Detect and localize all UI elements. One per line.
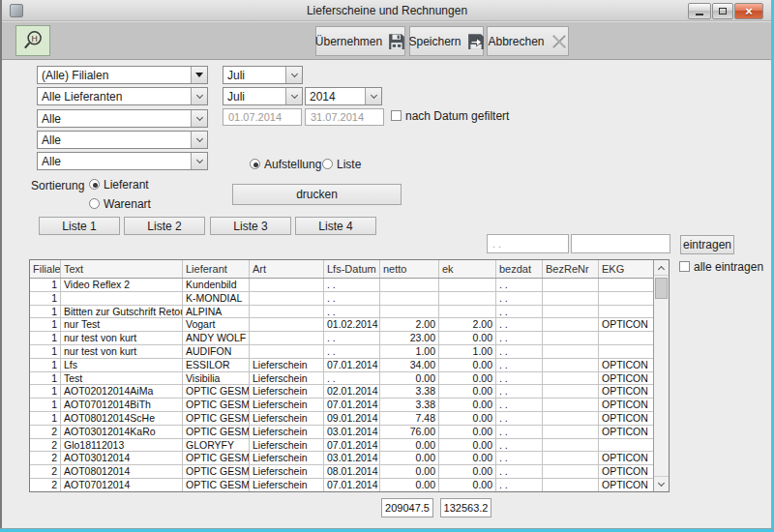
chevron-down-icon[interactable] [191, 88, 207, 104]
table-cell: OPTIC GESMBH [183, 399, 250, 411]
date-filter-checkbox[interactable] [391, 110, 402, 121]
cancel-button[interactable]: Abbrechen [487, 26, 569, 56]
table-cell: 09.01.2014 [324, 412, 380, 425]
chevron-down-icon[interactable] [191, 132, 207, 148]
liste2-button[interactable]: Liste 2 [124, 217, 205, 235]
filter4-dropdown[interactable]: Alle [37, 131, 208, 149]
sort-warenart-radio[interactable] [89, 198, 100, 209]
search-button[interactable]: H [15, 25, 50, 56]
column-header[interactable]: Lfs-Datum [324, 260, 380, 278]
table-cell: K-MONDIAL [183, 292, 250, 305]
column-header[interactable]: bezdat [496, 260, 543, 278]
table-row[interactable]: 1K-MONDIAL. .. . [30, 292, 655, 306]
scroll-up-button[interactable] [654, 260, 669, 276]
table-row[interactable]: 1TestVisibiliaLieferschein. .0.000.00. .… [30, 372, 655, 386]
drucken-button[interactable]: drucken [232, 184, 402, 205]
table-row[interactable]: 2AOT08012014OPTIC GESMBHLieferschein08.0… [30, 465, 655, 479]
column-header[interactable]: Filiale [30, 260, 61, 278]
alle-eintragen-checkbox[interactable] [679, 261, 690, 272]
maximize-button[interactable] [712, 3, 733, 19]
year-dropdown[interactable]: 2014 [305, 87, 382, 105]
table-cell: Video Reflex 2 [61, 279, 183, 291]
table-row[interactable]: 1nur TestVogart01.02.20142.002.00. .OPTI… [30, 318, 655, 332]
branch-dropdown[interactable]: (Alle) Filialen [37, 66, 208, 84]
netto-total-field[interactable]: 209047.5 [381, 498, 433, 517]
eintragen-button[interactable]: eintragen [680, 235, 734, 254]
chevron-down-icon[interactable] [365, 88, 381, 104]
table-row[interactable]: 1nur test von kurtANDY WOLF. .23.000.00.… [30, 332, 655, 345]
table-cell: 0.00 [380, 465, 439, 478]
title-bar[interactable]: Lieferscheine und Rechnungen × [0, 0, 774, 21]
date-from-field[interactable]: 01.07.2014 [223, 108, 302, 126]
table-cell [543, 479, 599, 491]
table-row[interactable]: 1nur test von kurtAUDIFON. .1.001.00. . [30, 345, 655, 359]
column-header[interactable]: Lieferant [183, 260, 250, 278]
window-title: Lieferscheine und Rechnungen [0, 4, 774, 17]
table-cell [543, 332, 599, 344]
vertical-scrollbar[interactable] [653, 260, 669, 491]
minimize-button[interactable] [688, 3, 711, 19]
table-cell: Lieferschein [250, 372, 324, 385]
table-row[interactable]: 1Bittten zur Gutschrift RetourALPINA. ..… [30, 306, 655, 319]
table-cell [250, 332, 324, 344]
sort-lieferant-radio[interactable] [89, 179, 100, 190]
table-cell: 0.00 [439, 412, 496, 425]
save-button[interactable]: Speichern [409, 26, 484, 56]
entry-text-field[interactable] [571, 234, 670, 253]
chevron-down-icon[interactable] [285, 88, 302, 104]
dropdown-arrow-icon[interactable] [191, 67, 207, 83]
table-cell: Vogart [183, 318, 250, 331]
supplier-dropdown[interactable]: Alle Lieferanten [37, 87, 208, 105]
table-cell: . . [496, 385, 543, 398]
column-header[interactable]: Art [250, 260, 324, 278]
scroll-down-button[interactable] [654, 476, 669, 491]
ek-total-field[interactable]: 132563.2 [440, 498, 491, 517]
table-cell [543, 412, 599, 425]
column-header[interactable]: ek [439, 260, 496, 278]
apply-button[interactable]: Übernehmen [315, 26, 405, 56]
table-cell: 76.00 [380, 426, 439, 438]
liste3-button[interactable]: Liste 3 [210, 217, 291, 235]
table-row[interactable]: 2AOT03012014KaRoOPTIC GESMBHLieferschein… [30, 426, 655, 439]
table-cell: 0.00 [439, 332, 496, 344]
filter3-dropdown[interactable]: Alle [37, 109, 208, 128]
table-cell: . . [496, 372, 543, 385]
table-cell: Lieferschein [250, 479, 324, 491]
table-cell: nur Test [61, 318, 183, 331]
table-cell: 0.00 [380, 479, 439, 491]
close-button[interactable]: × [734, 3, 763, 19]
alle-eintragen-label: alle eintragen [694, 260, 763, 274]
column-header[interactable]: Text [61, 260, 183, 278]
table-row[interactable]: 1Video Reflex 2Kundenbild. .. . [30, 279, 655, 292]
table-row[interactable]: 2Glo18112013GLORYFYLieferschein07.01.201… [30, 439, 655, 453]
table-cell: 0.00 [380, 439, 439, 452]
table-row[interactable]: 2AOT03012014OPTIC GESMBHLieferschein03.0… [30, 452, 655, 465]
table-cell: 0.00 [439, 399, 496, 411]
chevron-down-icon[interactable] [191, 153, 207, 169]
table-row[interactable]: 2AOT07012014OPTIC GESMBHLieferschein07.0… [30, 479, 655, 492]
column-header[interactable]: BezReNr [543, 260, 599, 278]
table-cell: 0.00 [439, 465, 496, 478]
table-cell: . . [496, 332, 543, 344]
table-row[interactable]: 1LfsESSILORLieferschein07.01.201434.000.… [30, 359, 655, 372]
liste4-button[interactable]: Liste 4 [295, 217, 376, 235]
scrollbar-thumb[interactable] [655, 278, 668, 299]
chevron-down-icon[interactable] [191, 110, 207, 127]
chevron-down-icon[interactable] [285, 67, 302, 83]
date-to-field[interactable]: 31.07.2014 [305, 108, 384, 126]
filter5-dropdown[interactable]: Alle [37, 152, 208, 170]
table-row[interactable]: 1AOT02012014AiMaOPTIC GESMBHLieferschein… [30, 385, 655, 399]
liste-radio[interactable] [322, 159, 333, 169]
liste1-button[interactable]: Liste 1 [39, 217, 120, 235]
table-cell [439, 306, 496, 318]
table-cell [61, 292, 183, 305]
month-top-dropdown[interactable]: Juli [223, 66, 303, 84]
table-row[interactable]: 1AOT07012014BiThOPTIC GESMBHLieferschein… [30, 399, 655, 412]
month-bottom-dropdown[interactable]: Juli [223, 87, 303, 105]
entry-date-field[interactable]: . . [487, 234, 569, 253]
column-header[interactable]: netto [380, 260, 439, 278]
table-row[interactable]: 1AOT08012014ScHeOPTIC GESMBHLieferschein… [30, 412, 655, 426]
aufstellung-radio[interactable] [250, 159, 260, 169]
table-cell: 07.01.2014 [324, 359, 380, 371]
column-header[interactable]: EKG [599, 260, 655, 278]
